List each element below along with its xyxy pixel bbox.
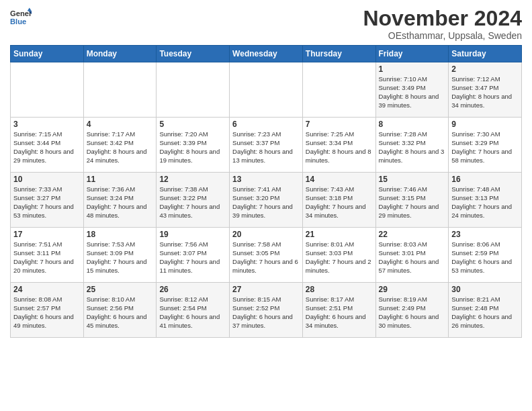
day-number: 29 [379, 285, 446, 294]
day-info: Sunrise: 8:21 AM Sunset: 2:48 PM Dayligh… [451, 295, 519, 330]
calendar-week-row: 17Sunrise: 7:51 AM Sunset: 3:11 PM Dayli… [11, 228, 522, 283]
calendar-day-cell: 15Sunrise: 7:46 AM Sunset: 3:15 PM Dayli… [375, 173, 449, 228]
day-info: Sunrise: 8:12 AM Sunset: 2:54 PM Dayligh… [159, 295, 226, 330]
day-number: 16 [451, 175, 519, 184]
weekday-header: Wednesday [230, 46, 303, 62]
day-info: Sunrise: 7:30 AM Sunset: 3:29 PM Dayligh… [451, 130, 519, 165]
day-info: Sunrise: 8:06 AM Sunset: 2:59 PM Dayligh… [451, 240, 519, 275]
calendar-day-cell: 23Sunrise: 8:06 AM Sunset: 2:59 PM Dayli… [449, 228, 522, 283]
page-container: General Blue November 2024 OEsthammar, U… [0, 0, 532, 341]
day-info: Sunrise: 7:56 AM Sunset: 3:07 PM Dayligh… [159, 240, 226, 275]
calendar-day-cell: 11Sunrise: 7:36 AM Sunset: 3:24 PM Dayli… [83, 173, 157, 228]
calendar-day-cell: 24Sunrise: 8:08 AM Sunset: 2:57 PM Dayli… [11, 283, 84, 338]
day-info: Sunrise: 7:23 AM Sunset: 3:37 PM Dayligh… [232, 130, 300, 165]
day-number: 19 [159, 230, 226, 239]
day-info: Sunrise: 8:01 AM Sunset: 3:03 PM Dayligh… [306, 240, 373, 275]
day-info: Sunrise: 8:03 AM Sunset: 3:01 PM Dayligh… [379, 240, 446, 275]
calendar-header-row: SundayMondayTuesdayWednesdayThursdayFrid… [11, 46, 522, 62]
day-number: 22 [379, 230, 446, 239]
calendar-day-cell: 10Sunrise: 7:33 AM Sunset: 3:27 PM Dayli… [11, 173, 84, 228]
day-info: Sunrise: 7:36 AM Sunset: 3:24 PM Dayligh… [87, 185, 154, 220]
calendar-day-cell: 7Sunrise: 7:25 AM Sunset: 3:34 PM Daylig… [302, 118, 375, 173]
calendar-day-cell: 8Sunrise: 7:28 AM Sunset: 3:32 PM Daylig… [375, 118, 449, 173]
day-info: Sunrise: 7:28 AM Sunset: 3:32 PM Dayligh… [379, 130, 446, 165]
day-info: Sunrise: 7:25 AM Sunset: 3:34 PM Dayligh… [306, 130, 373, 165]
title-block: November 2024 OEsthammar, Uppsala, Swede… [363, 7, 522, 41]
calendar-day-cell: 26Sunrise: 8:12 AM Sunset: 2:54 PM Dayli… [157, 283, 230, 338]
calendar-day-cell: 30Sunrise: 8:21 AM Sunset: 2:48 PM Dayli… [449, 283, 522, 338]
location-subtitle: OEsthammar, Uppsala, Sweden [363, 30, 522, 41]
logo: General Blue [10, 7, 32, 28]
calendar-day-cell: 21Sunrise: 8:01 AM Sunset: 3:03 PM Dayli… [302, 228, 375, 283]
day-number: 20 [232, 230, 300, 239]
calendar-table: SundayMondayTuesdayWednesdayThursdayFrid… [10, 45, 522, 338]
day-info: Sunrise: 7:10 AM Sunset: 3:49 PM Dayligh… [379, 75, 446, 109]
day-info: Sunrise: 8:10 AM Sunset: 2:56 PM Dayligh… [87, 295, 154, 330]
day-number: 24 [13, 285, 81, 294]
calendar-day-cell: 29Sunrise: 8:19 AM Sunset: 2:49 PM Dayli… [375, 283, 449, 338]
weekday-header: Thursday [302, 46, 375, 62]
day-number: 12 [159, 175, 226, 184]
day-number: 23 [451, 230, 519, 239]
calendar-week-row: 24Sunrise: 8:08 AM Sunset: 2:57 PM Dayli… [11, 283, 522, 338]
day-info: Sunrise: 7:33 AM Sunset: 3:27 PM Dayligh… [13, 185, 81, 220]
day-info: Sunrise: 7:38 AM Sunset: 3:22 PM Dayligh… [159, 185, 226, 220]
month-title: November 2024 [363, 7, 522, 30]
day-info: Sunrise: 8:19 AM Sunset: 2:49 PM Dayligh… [379, 295, 446, 330]
day-number: 8 [379, 120, 446, 129]
day-info: Sunrise: 8:08 AM Sunset: 2:57 PM Dayligh… [13, 295, 81, 330]
weekday-header: Tuesday [157, 46, 230, 62]
calendar-day-cell: 4Sunrise: 7:17 AM Sunset: 3:42 PM Daylig… [83, 118, 157, 173]
calendar-day-cell [230, 62, 303, 118]
calendar-day-cell [157, 62, 230, 118]
calendar-week-row: 10Sunrise: 7:33 AM Sunset: 3:27 PM Dayli… [11, 173, 522, 228]
calendar-day-cell: 9Sunrise: 7:30 AM Sunset: 3:29 PM Daylig… [449, 118, 522, 173]
calendar-day-cell: 17Sunrise: 7:51 AM Sunset: 3:11 PM Dayli… [11, 228, 84, 283]
svg-text:Blue: Blue [10, 17, 26, 26]
day-number: 1 [379, 64, 446, 74]
weekday-header: Sunday [11, 46, 84, 62]
day-info: Sunrise: 8:17 AM Sunset: 2:51 PM Dayligh… [306, 295, 373, 330]
calendar-day-cell: 2Sunrise: 7:12 AM Sunset: 3:47 PM Daylig… [449, 62, 522, 118]
calendar-day-cell: 19Sunrise: 7:56 AM Sunset: 3:07 PM Dayli… [157, 228, 230, 283]
calendar-day-cell: 5Sunrise: 7:20 AM Sunset: 3:39 PM Daylig… [157, 118, 230, 173]
calendar-day-cell: 22Sunrise: 8:03 AM Sunset: 3:01 PM Dayli… [375, 228, 449, 283]
day-info: Sunrise: 8:15 AM Sunset: 2:52 PM Dayligh… [232, 295, 300, 330]
calendar-day-cell: 13Sunrise: 7:41 AM Sunset: 3:20 PM Dayli… [230, 173, 303, 228]
day-number: 4 [87, 120, 154, 129]
calendar-week-row: 3Sunrise: 7:15 AM Sunset: 3:44 PM Daylig… [11, 118, 522, 173]
calendar-day-cell: 18Sunrise: 7:53 AM Sunset: 3:09 PM Dayli… [83, 228, 157, 283]
day-info: Sunrise: 7:41 AM Sunset: 3:20 PM Dayligh… [232, 185, 300, 220]
day-info: Sunrise: 7:43 AM Sunset: 3:18 PM Dayligh… [306, 185, 373, 220]
calendar-day-cell: 27Sunrise: 8:15 AM Sunset: 2:52 PM Dayli… [230, 283, 303, 338]
weekday-header: Monday [83, 46, 157, 62]
day-number: 9 [451, 120, 519, 129]
logo-icon: General Blue [10, 7, 32, 28]
day-info: Sunrise: 7:46 AM Sunset: 3:15 PM Dayligh… [379, 185, 446, 220]
calendar-week-row: 1Sunrise: 7:10 AM Sunset: 3:49 PM Daylig… [11, 62, 522, 118]
day-number: 21 [306, 230, 373, 239]
day-info: Sunrise: 7:12 AM Sunset: 3:47 PM Dayligh… [451, 75, 519, 109]
day-number: 10 [13, 175, 81, 184]
day-number: 15 [379, 175, 446, 184]
calendar-day-cell: 3Sunrise: 7:15 AM Sunset: 3:44 PM Daylig… [11, 118, 84, 173]
calendar-day-cell: 12Sunrise: 7:38 AM Sunset: 3:22 PM Dayli… [157, 173, 230, 228]
day-number: 28 [306, 285, 373, 294]
calendar-day-cell [11, 62, 84, 118]
calendar-day-cell: 28Sunrise: 8:17 AM Sunset: 2:51 PM Dayli… [302, 283, 375, 338]
day-number: 5 [159, 120, 226, 129]
calendar-day-cell: 25Sunrise: 8:10 AM Sunset: 2:56 PM Dayli… [83, 283, 157, 338]
day-number: 26 [159, 285, 226, 294]
page-header: General Blue November 2024 OEsthammar, U… [10, 7, 522, 41]
day-number: 11 [87, 175, 154, 184]
day-info: Sunrise: 7:58 AM Sunset: 3:05 PM Dayligh… [232, 240, 300, 275]
day-number: 13 [232, 175, 300, 184]
calendar-day-cell: 6Sunrise: 7:23 AM Sunset: 3:37 PM Daylig… [230, 118, 303, 173]
day-info: Sunrise: 7:17 AM Sunset: 3:42 PM Dayligh… [87, 130, 154, 165]
day-number: 17 [13, 230, 81, 239]
weekday-header: Saturday [449, 46, 522, 62]
day-info: Sunrise: 7:15 AM Sunset: 3:44 PM Dayligh… [13, 130, 81, 165]
day-number: 7 [306, 120, 373, 129]
day-number: 27 [232, 285, 300, 294]
calendar-day-cell [83, 62, 157, 118]
